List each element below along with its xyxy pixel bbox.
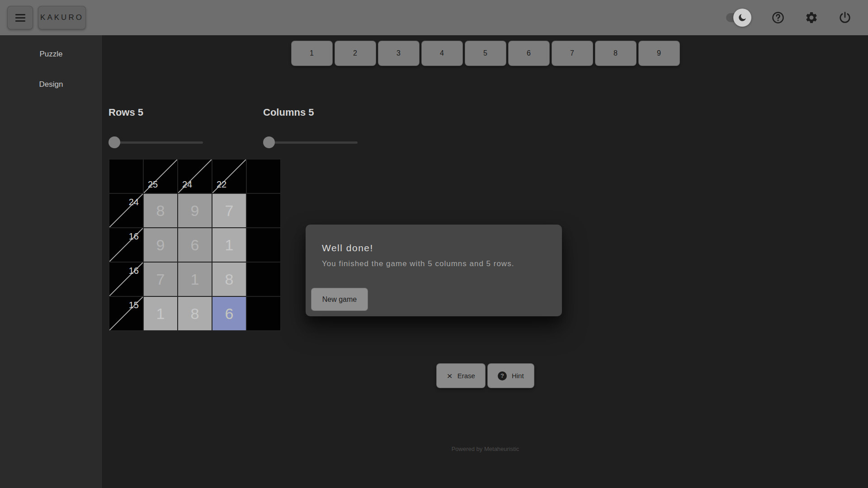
grid-clue-cell: 22 xyxy=(212,160,246,193)
grid-value-cell[interactable]: 9 xyxy=(178,194,212,227)
number-button[interactable]: 9 xyxy=(638,41,680,66)
number-pad: 1 2 3 4 5 6 7 8 9 xyxy=(103,41,868,66)
grid-clue-cell: 15 xyxy=(109,297,143,330)
grid-value-cell[interactable]: 7 xyxy=(212,194,246,227)
grid-value-cell[interactable]: 6 xyxy=(178,228,212,262)
grid-clue-cell: 16 xyxy=(109,228,143,262)
columns-label: Columns 5 xyxy=(263,107,314,118)
dialog-title: Well done! xyxy=(322,243,373,253)
grid-value-cell[interactable]: 8 xyxy=(178,297,212,330)
grid-value-cell[interactable]: 1 xyxy=(144,297,177,330)
columns-slider-track[interactable] xyxy=(266,141,358,144)
grid-clue-cell: 24 xyxy=(178,160,212,193)
help-icon xyxy=(771,11,785,24)
grid-selected-cell[interactable]: 6 xyxy=(212,297,246,330)
gear-icon xyxy=(805,11,818,24)
clue-down-sum: 24 xyxy=(182,179,192,190)
number-button[interactable]: 8 xyxy=(595,41,637,66)
topbar-actions xyxy=(726,0,868,35)
erase-label: Erase xyxy=(458,372,475,380)
help-button[interactable] xyxy=(771,11,785,24)
rows-slider[interactable] xyxy=(108,136,206,148)
app: KAKURO xyxy=(0,0,868,488)
grid-clue-cell: 24 xyxy=(109,194,143,227)
sidebar-item[interactable]: Design xyxy=(0,72,102,97)
number-button[interactable]: 4 xyxy=(421,41,463,66)
grid-black-cell xyxy=(247,160,280,193)
grid-value-cell[interactable]: 7 xyxy=(144,263,177,296)
hint-label: Hint xyxy=(512,372,524,380)
erase-icon: × xyxy=(447,371,452,380)
footer-credit: Powered by Metaheuristic xyxy=(103,446,868,452)
settings-button[interactable] xyxy=(805,11,818,24)
topbar: KAKURO xyxy=(0,0,868,35)
win-dialog: Well done! You finished the game with 5 … xyxy=(306,225,562,316)
moon-icon xyxy=(737,13,747,23)
number-button[interactable]: 2 xyxy=(335,41,376,66)
rows-slider-thumb[interactable] xyxy=(108,136,120,148)
clue-right-sum: 16 xyxy=(129,266,139,276)
grid-black-cell xyxy=(109,160,143,193)
clue-right-sum: 15 xyxy=(129,300,139,310)
kakuro-grid: 25242224897169611671815186 xyxy=(108,159,281,331)
grid-black-cell xyxy=(247,297,280,330)
clue-right-sum: 24 xyxy=(129,197,139,207)
number-button[interactable]: 3 xyxy=(378,41,420,66)
hint-icon: ? xyxy=(498,371,507,380)
grid-value-cell[interactable]: 9 xyxy=(144,228,177,262)
dialog-message: You finished the game with 5 columns and… xyxy=(322,259,514,268)
erase-button[interactable]: × Erase xyxy=(436,363,485,388)
new-game-button[interactable]: New game xyxy=(311,288,368,311)
brand-button[interactable]: KAKURO xyxy=(38,6,86,29)
number-button[interactable]: 7 xyxy=(552,41,593,66)
number-button[interactable]: 5 xyxy=(465,41,506,66)
rows-slider-track[interactable] xyxy=(111,141,203,144)
columns-slider[interactable] xyxy=(263,136,361,148)
grid-value-cell[interactable]: 1 xyxy=(178,263,212,296)
action-buttons: × Erase ? Hint xyxy=(103,363,868,388)
hint-button[interactable]: ? Hint xyxy=(487,363,534,388)
number-button[interactable]: 6 xyxy=(508,41,550,66)
clue-down-sum: 22 xyxy=(217,179,226,190)
grid-clue-cell: 16 xyxy=(109,263,143,296)
clue-right-sum: 16 xyxy=(129,231,139,242)
grid-black-cell xyxy=(247,228,280,262)
grid-value-cell[interactable]: 1 xyxy=(212,228,246,262)
rows-label: Rows 5 xyxy=(108,107,143,118)
power-button[interactable] xyxy=(838,11,852,24)
toggle-thumb xyxy=(733,9,751,27)
number-button[interactable]: 1 xyxy=(291,41,333,66)
sidebar-item[interactable]: Puzzle xyxy=(0,42,102,67)
clue-down-sum: 25 xyxy=(148,179,158,190)
hamburger-icon xyxy=(15,14,25,22)
grid-clue-cell: 25 xyxy=(144,160,177,193)
sidebar: Puzzle Design xyxy=(0,35,103,488)
power-icon xyxy=(838,11,852,24)
menu-button[interactable] xyxy=(7,6,33,29)
columns-slider-thumb[interactable] xyxy=(263,136,275,148)
grid-value-cell[interactable]: 8 xyxy=(144,194,177,227)
dark-mode-toggle[interactable] xyxy=(726,9,751,27)
grid-black-cell xyxy=(247,194,280,227)
grid-black-cell xyxy=(247,263,280,296)
grid-value-cell[interactable]: 8 xyxy=(212,263,246,296)
